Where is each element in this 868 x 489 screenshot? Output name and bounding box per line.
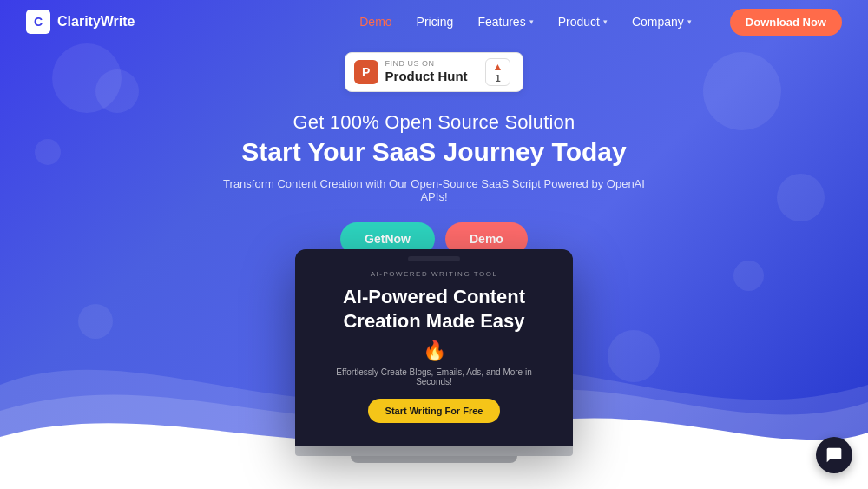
product-hunt-icon: P (354, 60, 378, 84)
laptop-screen: AI-POWERED WRITING TOOL AI-Powered Conte… (295, 249, 573, 446)
chat-icon (825, 446, 843, 464)
logo-area: C ClarityWrite (26, 10, 135, 34)
laptop-mockup: AI-POWERED WRITING TOOL AI-Powered Conte… (295, 249, 573, 463)
hero-section: P FIND US ON Product Hunt ▲ 1 Get 100% O… (0, 52, 868, 281)
nav-demo[interactable]: Demo (359, 15, 391, 29)
product-hunt-badge[interactable]: P FIND US ON Product Hunt ▲ 1 (345, 52, 524, 92)
nav-company[interactable]: Company ▾ (632, 15, 692, 29)
nav-product[interactable]: Product ▾ (558, 15, 608, 29)
brand-name: ClarityWrite (57, 14, 135, 30)
company-chevron-icon: ▾ (687, 17, 692, 26)
laptop-ai-label: AI-POWERED WRITING TOOL (326, 270, 542, 278)
features-chevron-icon: ▾ (529, 17, 534, 26)
product-chevron-icon: ▾ (603, 17, 608, 26)
product-hunt-text: FIND US ON Product Hunt (385, 60, 468, 84)
product-hunt-upvote[interactable]: ▲ 1 (485, 58, 511, 86)
nav-pricing[interactable]: Pricing (417, 15, 454, 29)
laptop-base (295, 446, 573, 456)
header: C ClarityWrite Demo Pricing Features ▾ P… (0, 0, 868, 43)
chat-button[interactable] (816, 437, 852, 473)
download-now-button[interactable]: Download Now (730, 9, 842, 36)
hero-description: Transform Content Creation with Our Open… (217, 177, 651, 203)
start-writing-button[interactable]: Start Writing For Free (368, 399, 501, 423)
upvote-count: 1 (495, 73, 500, 83)
product-hunt-name: Product Hunt (385, 69, 468, 84)
nav-features[interactable]: Features ▾ (477, 15, 533, 29)
laptop-content: AI-POWERED WRITING TOOL AI-Powered Conte… (309, 263, 559, 435)
laptop-main-title: AI-Powered Content Creation Made Easy (326, 285, 542, 333)
laptop-foot (351, 456, 517, 463)
hero-subtitle: Get 100% Open Source Solution (293, 111, 575, 134)
upvote-arrow-icon: ▲ (493, 61, 503, 73)
main-nav: Demo Pricing Features ▾ Product ▾ Compan… (359, 9, 842, 36)
product-hunt-prefix: FIND US ON (385, 60, 468, 69)
laptop-fire-emoji: 🔥 (326, 340, 542, 362)
laptop-notch (408, 256, 460, 261)
laptop-sub-text: Effortlessly Create Blogs, Emails, Ads, … (326, 367, 542, 387)
logo-icon: C (26, 10, 50, 34)
hero-title: Start Your SaaS Journey Today (241, 137, 626, 167)
